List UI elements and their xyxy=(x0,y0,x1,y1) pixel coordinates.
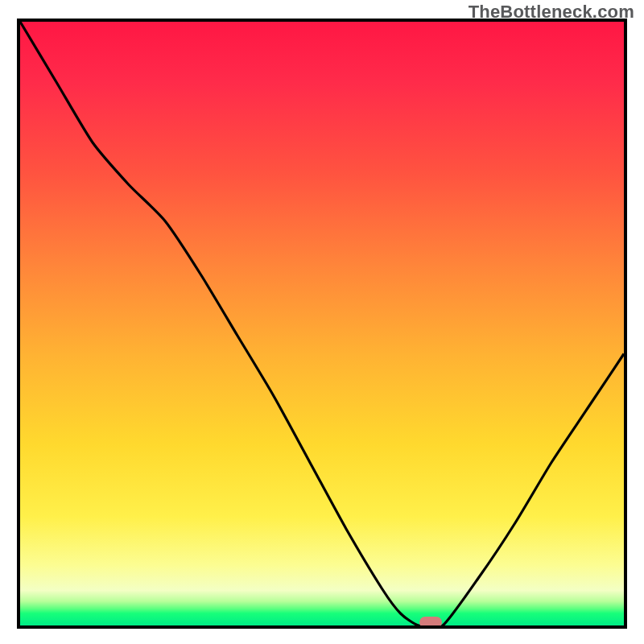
chart-frame: TheBottleneck.com xyxy=(0,0,644,644)
bottleneck-curve xyxy=(20,22,624,625)
plot-area xyxy=(17,19,627,629)
minimum-marker xyxy=(419,617,442,628)
curve-svg xyxy=(20,22,624,625)
